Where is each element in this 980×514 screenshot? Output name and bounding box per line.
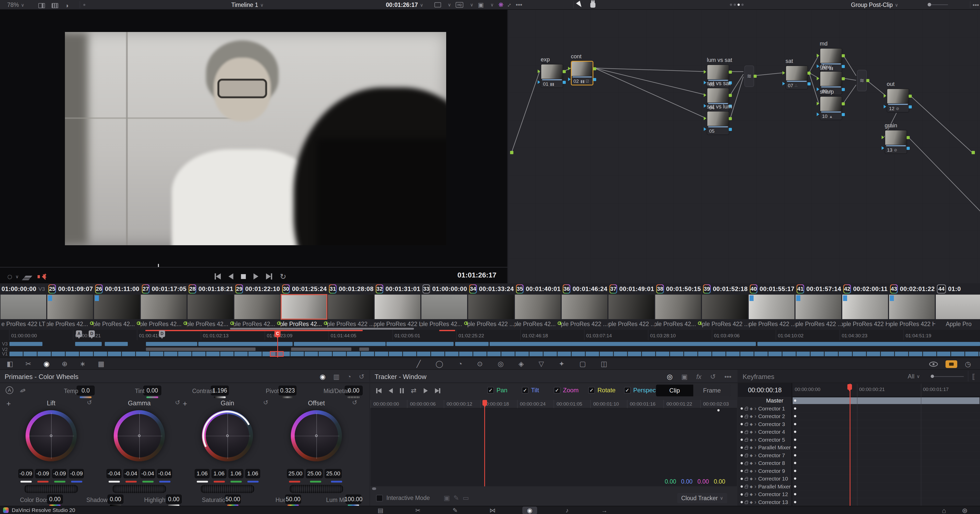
layer-mixer-node-2[interactable]: ≋ bbox=[857, 70, 867, 91]
enable-dot[interactable] bbox=[741, 415, 743, 418]
offset-channel-value[interactable]: 25.00 bbox=[325, 469, 342, 478]
expand-chevron[interactable]: › bbox=[755, 421, 756, 428]
grid-view-icon[interactable] bbox=[52, 3, 58, 8]
clips-scrollbar[interactable] bbox=[230, 328, 414, 330]
lock-icon[interactable] bbox=[745, 447, 748, 450]
diamond-icon[interactable]: ◆ bbox=[750, 429, 753, 434]
color-picker-icon[interactable]: + bbox=[183, 399, 187, 408]
diamond-icon[interactable]: ◆ bbox=[750, 461, 753, 465]
clip-number-badge[interactable]: 34 bbox=[469, 284, 477, 294]
page-tab-fairlight[interactable]: ♪ bbox=[560, 507, 574, 514]
keyframe-row[interactable]: ◆›Corrector 1 bbox=[738, 405, 980, 412]
clip-name[interactable]: e ProRes 422 LT bbox=[0, 319, 47, 329]
v3-clip-segment[interactable] bbox=[105, 342, 128, 346]
expand-viewer-icon[interactable]: ↕ bbox=[506, 1, 513, 8]
loop-button[interactable]: ↻ bbox=[280, 272, 286, 281]
tracker-check-pan[interactable]: ✓Pan bbox=[487, 387, 508, 394]
clip-thumbnail[interactable] bbox=[655, 295, 701, 319]
tint-value[interactable]: 0.00 bbox=[143, 386, 161, 395]
tracker-fx-icon[interactable]: fx bbox=[696, 373, 702, 381]
keyframe-row[interactable]: ◆›Corrector 4 bbox=[738, 428, 980, 436]
gamma-reset-icon[interactable]: ↺ bbox=[175, 399, 180, 406]
node-graph[interactable]: exp01▮▮cont02▮▮ ☑lum vs sat03sat vs sat0… bbox=[508, 10, 980, 283]
pointer-tool-icon[interactable] bbox=[578, 1, 582, 10]
v3-clip-segment[interactable] bbox=[757, 342, 980, 346]
clip-thumbnail[interactable] bbox=[47, 295, 93, 319]
collapse-panel-icon[interactable]: ⟦ bbox=[972, 373, 975, 381]
color-warper-icon[interactable]: ◯ bbox=[436, 360, 443, 368]
key-output-port[interactable] bbox=[729, 128, 732, 131]
curves-icon[interactable]: ╱ bbox=[417, 360, 421, 368]
clip-name[interactable]: Apple ProRes 42...◈ bbox=[281, 319, 327, 329]
tracker-check-tilt[interactable]: ✓Tilt bbox=[522, 387, 539, 394]
v2-clip-segment[interactable] bbox=[359, 348, 369, 351]
clip-number-badge[interactable]: 28 bbox=[189, 284, 196, 294]
clip-thumbnail[interactable] bbox=[234, 295, 280, 319]
white-balance-picker-icon[interactable]: ✐ bbox=[19, 385, 27, 395]
tracker-check-rotate[interactable]: ✓Rotate bbox=[588, 387, 616, 394]
delete-point-icon[interactable]: ▭ bbox=[463, 494, 469, 502]
page-tab-deliver[interactable]: → bbox=[597, 507, 612, 514]
key-input-port[interactable] bbox=[881, 146, 886, 150]
keyframe-dot[interactable] bbox=[794, 454, 796, 457]
keyframe-row-header[interactable]: ◆›Corrector 13 bbox=[738, 498, 792, 506]
enhanced-viewer-icon[interactable]: ❋ bbox=[498, 1, 503, 8]
expand-chevron[interactable]: › bbox=[755, 405, 756, 412]
output-port[interactable] bbox=[972, 151, 975, 154]
keyframe-dot[interactable] bbox=[794, 415, 796, 417]
lock-icon[interactable] bbox=[745, 423, 748, 426]
lock-icon[interactable] bbox=[745, 478, 748, 481]
clip-name[interactable]: Apple ProRes 42...◈ bbox=[655, 319, 702, 329]
clip-number-badge[interactable]: 36 bbox=[563, 284, 570, 294]
clip-name[interactable]: Apple ProRes 42...◈ bbox=[187, 319, 234, 329]
settings-gear-icon[interactable]: ⊛ bbox=[962, 507, 968, 514]
mute-audio-icon[interactable]: ✕ bbox=[38, 273, 47, 280]
tracker-ruler[interactable]: 00:00:00:0000:00:00:0600:00:00:1200:00:0… bbox=[371, 400, 737, 408]
auto-balance-icon[interactable]: A bbox=[6, 386, 13, 394]
keyframe-row-header[interactable]: ◆›Corrector 2 bbox=[738, 412, 792, 420]
clip-thumbnail[interactable] bbox=[936, 295, 980, 319]
clip-cell[interactable]: 3900:01:52:18V1Apple ProRes 422 ...◈ bbox=[702, 283, 748, 330]
tracker-check-zoom[interactable]: ✓Zoom bbox=[554, 387, 579, 394]
key-output-port[interactable] bbox=[842, 113, 845, 116]
color-match-icon[interactable]: ✂ bbox=[25, 360, 32, 368]
enable-dot[interactable] bbox=[741, 485, 743, 488]
lift-channel-value[interactable]: -0.09 bbox=[18, 469, 33, 478]
node-options-icon[interactable]: ••• bbox=[973, 2, 979, 9]
clip-cell[interactable]: 2800:01:18:21V1Apple ProRes 42...◈ bbox=[187, 283, 234, 330]
sizing-icon[interactable]: ▢ bbox=[579, 360, 586, 368]
corrector-node-01[interactable]: 01▮▮ bbox=[541, 64, 563, 88]
key-output-port[interactable] bbox=[563, 81, 566, 84]
enable-dot[interactable] bbox=[741, 439, 743, 441]
viewer-scrub-bar[interactable] bbox=[0, 267, 508, 268]
lock-icon[interactable] bbox=[745, 470, 748, 473]
keyframe-row[interactable]: ◆›Corrector 9 bbox=[738, 467, 980, 475]
clip-thumbnail[interactable] bbox=[562, 295, 608, 319]
enable-dot[interactable] bbox=[741, 470, 743, 472]
tracker-graph[interactable] bbox=[371, 408, 737, 486]
add-point-icon[interactable]: ✎ bbox=[453, 494, 459, 502]
clip-number-badge[interactable]: 27 bbox=[142, 284, 150, 294]
source-port[interactable] bbox=[510, 151, 513, 154]
page-tab-color[interactable]: ◉ bbox=[522, 507, 537, 514]
diamond-icon[interactable]: ◆ bbox=[750, 406, 753, 411]
gain-channel-value[interactable]: 1.06 bbox=[229, 469, 243, 478]
keyframe-dot[interactable] bbox=[794, 485, 796, 488]
rgb-output-port[interactable] bbox=[842, 102, 845, 105]
enable-dot[interactable] bbox=[741, 501, 743, 503]
checkbox[interactable]: ✓ bbox=[554, 387, 560, 394]
gamma-channel-value[interactable]: -0.04 bbox=[140, 469, 155, 478]
key-output-port[interactable] bbox=[842, 65, 845, 68]
keyframes-playhead[interactable] bbox=[850, 383, 850, 506]
clip-name[interactable]: Apple ProRes 422 ... bbox=[561, 319, 608, 329]
track-to-start-button[interactable] bbox=[376, 388, 382, 393]
lock-icon[interactable] bbox=[745, 501, 748, 504]
corrector-node-12[interactable]: 12⊘ bbox=[887, 88, 909, 113]
clip-number-badge[interactable]: 38 bbox=[656, 284, 664, 294]
keyframe-row-header[interactable]: ◆›Corrector 1 bbox=[738, 405, 792, 412]
keyframe-dot[interactable] bbox=[794, 431, 796, 433]
checkbox[interactable]: ✓ bbox=[522, 387, 528, 394]
color-wheels-mode-icon[interactable]: ◉ bbox=[320, 373, 326, 381]
clip-cell[interactable]: 3000:01:25:24V1Apple ProRes 42...◈ bbox=[281, 283, 327, 330]
clip-number-badge[interactable]: 39 bbox=[703, 284, 711, 294]
